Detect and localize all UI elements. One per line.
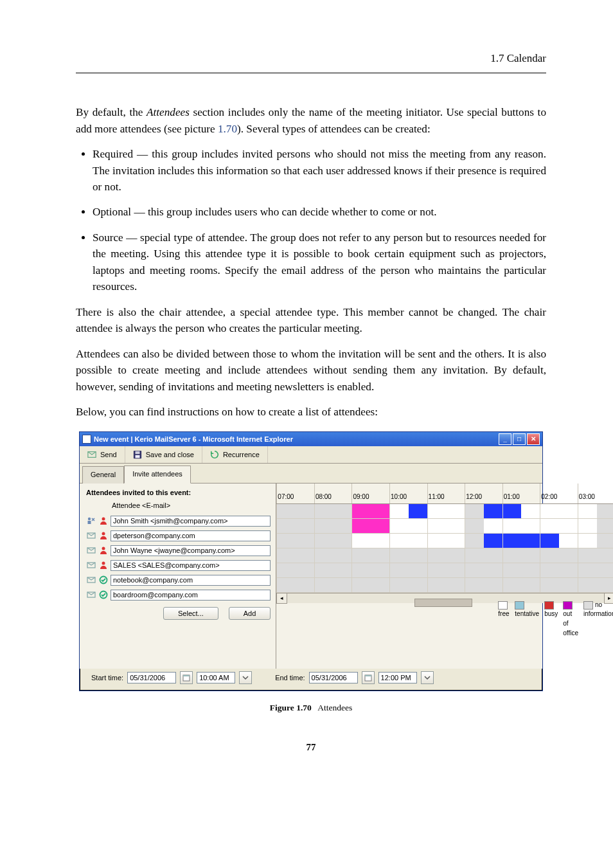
envelope-icon[interactable] bbox=[86, 575, 96, 585]
freebusy-hour-label: 07:00 bbox=[276, 484, 314, 503]
person-icon[interactable] bbox=[98, 516, 109, 526]
freebusy-cell bbox=[314, 534, 352, 548]
envelope-icon[interactable] bbox=[86, 530, 96, 541]
freebusy-cell bbox=[314, 563, 352, 577]
freebusy-cell bbox=[389, 519, 427, 533]
freebusy-cell bbox=[389, 504, 427, 518]
freebusy-row bbox=[276, 578, 613, 593]
window-titlebar[interactable]: New event | Kerio MailServer 6 - Microso… bbox=[80, 432, 542, 446]
figure-ref-link[interactable]: 1.70 bbox=[218, 123, 237, 135]
person-icon[interactable] bbox=[98, 560, 109, 570]
freebusy-hour-label: 11:00 bbox=[427, 484, 465, 503]
svg-point-8 bbox=[102, 532, 105, 536]
freebusy-cell bbox=[351, 578, 389, 592]
recurrence-button[interactable]: Recurrence bbox=[202, 446, 268, 463]
freebusy-cell bbox=[427, 548, 465, 563]
start-time-label: Start time: bbox=[91, 673, 123, 683]
start-time-input[interactable] bbox=[197, 672, 235, 683]
send-button[interactable]: Send bbox=[80, 446, 125, 463]
freebusy-cell bbox=[578, 548, 613, 563]
attendee-types-list: Required — this group includes invited p… bbox=[76, 146, 546, 295]
freebusy-cell bbox=[427, 563, 465, 577]
freebusy-cell bbox=[502, 563, 540, 577]
attendee-email-input[interactable] bbox=[111, 590, 271, 601]
person-icon[interactable] bbox=[98, 545, 109, 556]
svg-rect-5 bbox=[88, 521, 91, 524]
body-intro: By default, the Attendees section includ… bbox=[76, 104, 546, 137]
envelope-icon[interactable] bbox=[86, 590, 96, 600]
freebusy-hour-label: 12:00 bbox=[465, 484, 502, 503]
end-date-picker-button[interactable] bbox=[362, 671, 375, 684]
diskette-icon bbox=[133, 450, 142, 459]
resource-icon[interactable] bbox=[98, 575, 109, 585]
save-and-close-button[interactable]: Save and close bbox=[125, 446, 202, 463]
attendee-email-input[interactable] bbox=[111, 516, 271, 527]
select-attendee-button[interactable]: Select... bbox=[163, 607, 218, 620]
text: By default, the bbox=[76, 106, 147, 118]
end-time-dropdown-button[interactable] bbox=[421, 671, 434, 684]
freebusy-cell bbox=[389, 548, 427, 563]
page-number: 77 bbox=[76, 740, 546, 754]
freebusy-cell bbox=[351, 563, 389, 577]
legend-label: tentative bbox=[515, 610, 539, 617]
calendar-icon bbox=[364, 674, 372, 682]
freebusy-hour-label: 10:00 bbox=[389, 484, 427, 503]
toolbar-label: Send bbox=[100, 449, 117, 460]
freebusy-cell bbox=[427, 504, 465, 518]
legend-item: tentative bbox=[515, 601, 539, 669]
freebusy-cell bbox=[540, 534, 578, 548]
freebusy-row bbox=[276, 519, 613, 534]
freebusy-cell bbox=[389, 578, 427, 592]
end-time-input[interactable] bbox=[378, 672, 417, 683]
add-attendee-button[interactable]: Add bbox=[229, 607, 271, 620]
scroll-left-button[interactable]: ◂ bbox=[276, 593, 287, 604]
envelope-icon[interactable] bbox=[86, 545, 96, 556]
freebusy-cell bbox=[502, 519, 540, 533]
chevron-down-icon bbox=[242, 674, 249, 682]
start-time-dropdown-button[interactable] bbox=[239, 671, 252, 684]
swatch-no-information bbox=[583, 601, 593, 610]
scroll-thumb[interactable] bbox=[414, 599, 473, 607]
resource-icon[interactable] bbox=[98, 590, 109, 600]
freebusy-cell bbox=[314, 519, 352, 533]
freebusy-body bbox=[276, 504, 613, 593]
freebusy-cell bbox=[540, 563, 578, 577]
toolbar-label: Recurrence bbox=[223, 449, 260, 460]
tab-general[interactable]: General bbox=[82, 466, 124, 483]
attendees-panel: Attendees invited to this event: Attende… bbox=[80, 484, 276, 669]
attendee-row bbox=[86, 514, 271, 527]
window-minimize-button[interactable]: _ bbox=[499, 433, 511, 445]
text: ). Several types of attendees can be cre… bbox=[237, 123, 431, 135]
window-close-button[interactable]: ✕ bbox=[527, 433, 540, 445]
list-item: Source — special type of attendee. The g… bbox=[93, 230, 546, 295]
freebusy-hour-label: 02:00 bbox=[540, 484, 578, 503]
recurrence-icon bbox=[210, 450, 219, 459]
legend-item: free bbox=[498, 601, 510, 669]
new-event-window: New event | Kerio MailServer 6 - Microso… bbox=[79, 431, 543, 691]
start-date-picker-button[interactable] bbox=[180, 671, 193, 684]
attendee-row bbox=[86, 544, 271, 557]
freebusy-cell bbox=[389, 563, 427, 577]
attendee-email-input[interactable] bbox=[111, 575, 271, 586]
envelope-icon[interactable] bbox=[86, 560, 96, 570]
list-item: Optional — this group includes users who… bbox=[93, 204, 546, 220]
window-title: New event | Kerio MailServer 6 - Microso… bbox=[94, 434, 499, 444]
attendee-row bbox=[86, 559, 271, 572]
tab-invite-attendees[interactable]: Invite attendees bbox=[124, 466, 191, 483]
chair-icon[interactable] bbox=[86, 516, 96, 526]
svg-point-10 bbox=[102, 547, 105, 550]
attendee-email-input[interactable] bbox=[111, 545, 271, 556]
swatch-free bbox=[498, 601, 508, 610]
end-date-input[interactable] bbox=[309, 672, 358, 683]
freebusy-cell bbox=[351, 548, 389, 563]
attendee-row bbox=[86, 574, 271, 586]
attendee-email-input[interactable] bbox=[111, 560, 271, 571]
window-maximize-button[interactable]: □ bbox=[513, 433, 526, 445]
person-icon[interactable] bbox=[98, 530, 109, 541]
start-date-input[interactable] bbox=[127, 672, 176, 683]
freebusy-cell bbox=[276, 578, 314, 592]
attendee-email-input[interactable] bbox=[111, 530, 271, 541]
svg-rect-18 bbox=[183, 675, 190, 676]
svg-rect-20 bbox=[365, 675, 371, 676]
freebusy-cell bbox=[351, 504, 389, 518]
